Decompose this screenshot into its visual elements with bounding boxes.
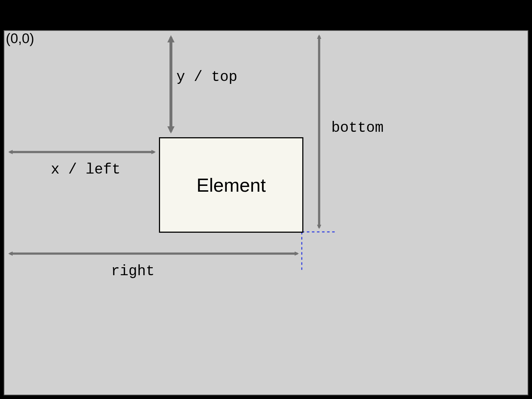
element-box: Element	[159, 137, 303, 233]
label-y-top: y / top	[176, 69, 237, 85]
label-x-left: x / left	[51, 162, 120, 178]
element-label: Element	[197, 174, 266, 196]
label-bottom: bottom	[331, 120, 384, 136]
label-right: right	[111, 263, 155, 280]
coordinate-canvas: (0,0) Element x /	[4, 30, 528, 395]
origin-label: (0,0)	[6, 31, 34, 46]
